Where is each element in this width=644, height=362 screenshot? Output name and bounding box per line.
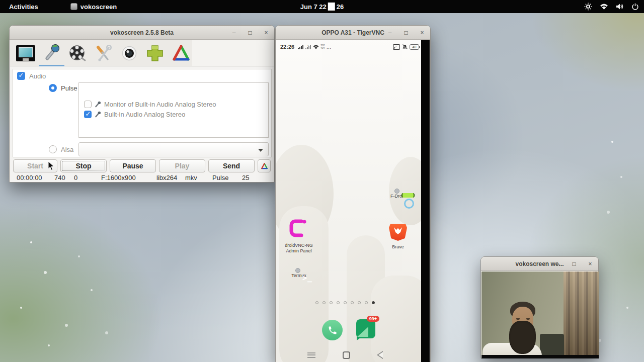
status-value-740: 740 xyxy=(54,174,65,182)
menu-nav-icon[interactable] xyxy=(307,352,315,358)
mic-icon xyxy=(95,111,101,118)
top-bar: Activities vokoscreen Jun 7 22 26 xyxy=(0,0,644,13)
tab-settings[interactable] xyxy=(91,40,116,66)
vokoscreen-titlebar[interactable]: vokoscreen 2.5.8 Beta – □ × xyxy=(10,26,274,40)
close-button[interactable]: × xyxy=(262,26,270,40)
app-label: Brave xyxy=(375,244,421,250)
ellipsis-icon: … xyxy=(326,44,332,50)
webcam-titlebar[interactable]: vokoscreen we... – □ × xyxy=(481,257,598,271)
night-light-icon xyxy=(584,3,592,11)
tab-about[interactable] xyxy=(168,40,194,66)
signal-bars2-icon: x xyxy=(305,44,311,49)
device-row-builtin[interactable]: Built-in Audio Analog Stereo xyxy=(84,111,185,118)
tools-icon xyxy=(94,43,114,63)
send-button[interactable]: Send xyxy=(208,159,255,172)
vokoscreen-tabbar xyxy=(10,40,274,66)
home-nav-icon[interactable] xyxy=(343,351,350,359)
app-label-line2: Admin Panel xyxy=(276,248,321,254)
app-label-line1: droidVNC-NG xyxy=(276,243,321,248)
device-label: Monitor of Built-in Audio Analog Stereo xyxy=(104,101,216,108)
device-checkbox[interactable] xyxy=(84,101,92,108)
tigervnc-title: OPPO A31 - TigerVNC xyxy=(321,29,384,36)
tigervnc-titlebar[interactable]: OPPO A31 - TigerVNC – □ × xyxy=(276,26,430,40)
tab-extras[interactable] xyxy=(142,40,168,66)
video-bottom-strip xyxy=(481,355,599,358)
wifi-icon xyxy=(600,3,608,10)
pulse-device-list[interactable]: Monitor of Built-in Audio Analog Stereo … xyxy=(78,82,269,138)
app-label: Termux xyxy=(276,273,321,279)
tab-video[interactable] xyxy=(64,40,90,66)
droidvnc-icon xyxy=(288,217,310,239)
minimize-button[interactable]: – xyxy=(554,257,562,271)
person-eyes xyxy=(516,318,530,320)
android-navbar xyxy=(276,348,414,362)
app-fdroid[interactable]: F-Droid xyxy=(375,183,421,199)
microphone-icon xyxy=(42,43,62,63)
update-badge xyxy=(394,189,399,194)
webcam-video-feed xyxy=(481,272,599,358)
film-reel-icon xyxy=(67,43,88,63)
dark-object xyxy=(540,334,564,356)
curtain xyxy=(564,272,599,358)
vokoscreen-tray-icon xyxy=(70,3,77,10)
signal-bars-icon xyxy=(298,44,304,49)
webcam-lens-icon xyxy=(119,43,139,63)
stop-button[interactable]: Stop xyxy=(60,159,107,172)
unread-badge: 99+ xyxy=(367,316,379,322)
clock[interactable]: Jun 7 22 26 xyxy=(300,3,344,11)
webcam-window: vokoscreen we... – □ × xyxy=(480,256,599,358)
app-brave[interactable]: Brave xyxy=(375,223,421,250)
logo-button[interactable] xyxy=(258,159,271,172)
plus-icon xyxy=(145,43,165,63)
audio-checkbox[interactable] xyxy=(17,72,25,80)
maximize-button[interactable]: □ xyxy=(570,257,578,271)
activities-button[interactable]: Activities xyxy=(6,3,41,11)
device-label: Built-in Audio Analog Stereo xyxy=(104,111,185,118)
maximize-button[interactable]: □ xyxy=(402,26,410,40)
tab-screen[interactable] xyxy=(13,40,38,66)
vokoscreen-title: vokoscreen 2.5.8 Beta xyxy=(110,29,174,36)
tab-audio[interactable] xyxy=(39,40,64,66)
tigervnc-window: OPPO A31 - TigerVNC – □ × 22:26 x 202404… xyxy=(275,25,431,362)
wallpaper-bokeh-speckles xyxy=(30,241,32,243)
vnc-letterbox xyxy=(421,40,430,362)
app-termux[interactable]: Termux xyxy=(276,262,321,279)
device-checkbox[interactable] xyxy=(84,111,92,118)
status-audio-backend: Pulse xyxy=(212,174,229,182)
phone-app-icon[interactable] xyxy=(322,320,343,340)
screencast-icon xyxy=(393,44,400,50)
notifications-muted-icon xyxy=(402,44,408,50)
alsa-device-combobox[interactable] xyxy=(78,142,269,156)
app-droidvnc[interactable]: droidVNC-NG Admin Panel xyxy=(276,217,321,254)
phone-clock: 22:26 xyxy=(280,44,294,50)
system-status-area[interactable] xyxy=(584,3,639,11)
mouse-cursor xyxy=(48,161,55,171)
wallpaper-bokeh-speckles xyxy=(611,141,613,143)
device-row-monitor[interactable]: Monitor of Built-in Audio Analog Stereo xyxy=(84,101,216,108)
play-button[interactable]: Play xyxy=(159,159,205,172)
maximize-button[interactable]: □ xyxy=(246,26,254,40)
android-screen[interactable]: 22:26 x 202404 … 40 F-Droid droidVNC-NG … xyxy=(276,40,422,362)
status-codec: libx264 xyxy=(156,174,177,182)
minimize-button[interactable]: – xyxy=(230,26,238,40)
tab-webcam[interactable] xyxy=(116,40,142,66)
clock-obscured-box xyxy=(328,3,335,11)
back-nav-icon[interactable] xyxy=(377,351,383,359)
pause-button[interactable]: Pause xyxy=(110,159,156,172)
minimize-button[interactable]: – xyxy=(386,26,394,40)
close-button[interactable]: × xyxy=(418,26,426,40)
messages-app-icon[interactable]: 99+ xyxy=(356,319,375,338)
status-fps: 25 xyxy=(242,174,249,182)
clock-prefix: Jun 7 22 xyxy=(300,3,327,11)
brave-icon xyxy=(389,223,407,241)
close-button[interactable]: × xyxy=(586,257,594,271)
audio-label: Audio xyxy=(29,72,46,80)
status-value-0: 0 xyxy=(74,174,77,182)
wifi-status-icon xyxy=(313,45,319,49)
alsa-radio[interactable] xyxy=(49,145,57,153)
screen-icon xyxy=(16,45,35,61)
pulse-radio[interactable] xyxy=(49,84,57,92)
app-indicator-label: vokoscreen xyxy=(80,3,117,11)
app-indicator[interactable]: vokoscreen xyxy=(70,3,117,11)
alsa-label: Alsa xyxy=(61,146,73,153)
